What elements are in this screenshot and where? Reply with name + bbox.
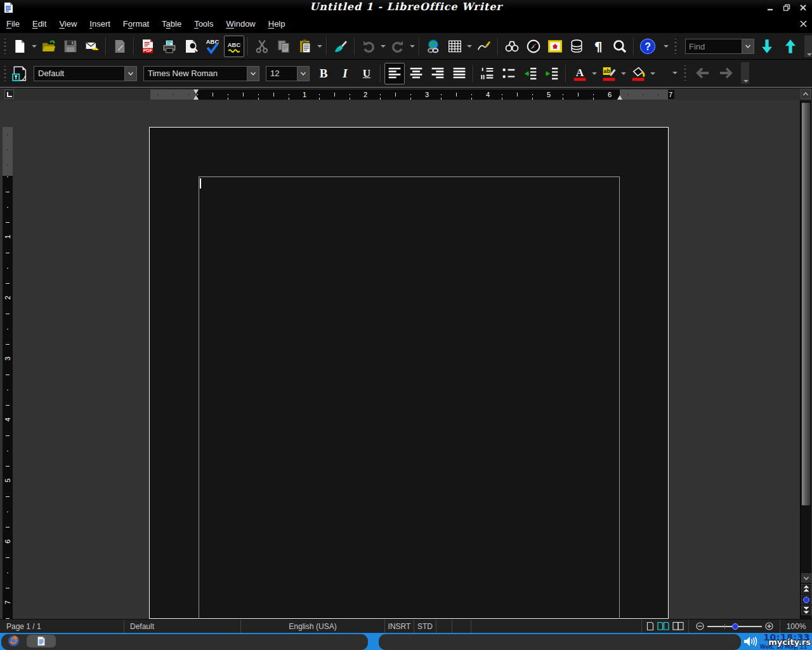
zoom-in-icon[interactable] [765,622,773,630]
font-color-dropdown-arrow-icon[interactable] [592,72,597,75]
font-size-input[interactable] [266,66,297,81]
multi-page-view-icon[interactable] [657,621,669,631]
table-dropdown-arrow-icon[interactable] [467,45,472,48]
toolbar-grip[interactable] [683,65,687,81]
next-page-button[interactable] [801,606,811,615]
toolbar-grip[interactable] [3,39,7,54]
indent-marker-right[interactable] [617,95,622,100]
justify-button[interactable] [449,63,469,84]
find-replace-button[interactable] [502,36,522,57]
increase-indent-button[interactable] [542,63,562,84]
overflow-arrow-icon[interactable] [807,53,812,56]
bullet-list-button[interactable] [499,63,519,84]
menu-format[interactable]: Format [119,17,154,31]
status-page-style[interactable]: Default [124,620,241,633]
numbered-list-button[interactable] [477,63,497,84]
export-pdf-button[interactable]: PDF [138,36,158,57]
overflow-arrow-icon[interactable] [743,80,749,83]
cut-button[interactable] [252,36,272,57]
status-zoom-level[interactable]: 100% [780,620,812,633]
document-page[interactable] [149,127,669,619]
toolbar-grip[interactable] [3,66,7,81]
toolbar-overflow-strip[interactable] [804,36,812,57]
redo-dropdown-arrow-icon[interactable] [410,45,415,48]
spellcheck-button[interactable]: ABC [202,36,223,57]
status-modified-cell[interactable] [436,620,452,633]
font-name-input[interactable] [143,66,247,81]
menu-tools[interactable]: Tools [190,17,218,31]
undo-dropdown-arrow-icon[interactable] [381,45,386,48]
close-icon[interactable] [798,3,808,13]
styles-button[interactable] [10,63,30,84]
highlighting-dropdown-arrow-icon[interactable] [621,72,626,75]
zoom-button[interactable] [610,36,630,57]
print-button[interactable] [159,36,180,57]
formatting-marks-button[interactable]: ¶ [588,36,608,57]
paragraph-style-input[interactable] [34,66,124,81]
close-document-icon[interactable] [799,19,808,29]
font-name-dropdown-button[interactable] [247,66,259,81]
status-signature-cell[interactable] [452,620,471,633]
edit-file-button[interactable] [110,36,130,57]
zoom-slider[interactable] [707,623,762,630]
vertical-ruler[interactable]: 1 2 3 4 5 6 7 [3,100,13,619]
firefox-icon[interactable] [8,635,20,647]
book-view-icon[interactable] [672,621,684,631]
toolbar-grip[interactable] [674,39,678,54]
new-dropdown-arrow-icon[interactable] [32,45,37,48]
taskbar-writer-button[interactable] [27,635,56,647]
minimize-icon[interactable] [765,3,775,13]
back-button[interactable] [692,62,712,84]
decrease-indent-button[interactable] [520,63,540,84]
background-color-button[interactable] [628,63,648,84]
ruler-right-margin[interactable] [620,90,668,100]
volume-icon[interactable] [743,635,758,647]
auto-spellcheck-button[interactable]: ABC [224,36,244,57]
insert-table-button[interactable] [445,36,465,57]
paste-button[interactable] [295,36,315,57]
copy-button[interactable] [273,36,294,57]
find-input[interactable] [685,39,742,54]
align-center-button[interactable] [406,63,426,84]
paragraph-style-dropdown-button[interactable] [124,66,137,81]
menu-file[interactable]: File [2,17,24,31]
align-left-button[interactable] [384,63,405,84]
undo-button[interactable] [358,36,379,57]
ruler-active-area[interactable]: 1 2 3 4 5 6 7 [197,90,620,100]
data-sources-button[interactable] [566,36,587,57]
menu-edit[interactable]: Edit [28,17,51,31]
menu-view[interactable]: View [55,17,81,31]
find-next-button[interactable] [757,36,777,57]
ruler-left-margin[interactable] [150,90,197,100]
status-language[interactable]: English (USA) [241,620,385,633]
scrollbar-thumb[interactable] [801,102,811,506]
vruler-active-area[interactable]: 1 2 3 4 5 6 7 [3,176,13,619]
paste-dropdown-arrow-icon[interactable] [317,45,322,48]
align-right-button[interactable] [428,63,448,84]
menu-table[interactable]: Table [157,17,186,31]
indent-marker-left[interactable] [193,90,199,100]
toolbar-overflow-arrow-icon[interactable] [672,72,678,74]
gallery-button[interactable] [545,36,565,57]
menu-window[interactable]: Window [222,17,260,31]
bold-button[interactable]: B [313,63,334,84]
zoom-out-icon[interactable] [696,622,704,630]
navigation-button[interactable] [801,595,811,604]
menu-help[interactable]: Help [264,17,290,31]
open-button[interactable] [39,36,59,57]
forward-button[interactable] [716,62,737,84]
menu-insert[interactable]: Insert [85,17,115,31]
vertical-scrollbar[interactable] [800,100,811,619]
font-color-button[interactable]: A [570,63,590,84]
font-size-dropdown-button[interactable] [297,66,310,81]
highlighting-button[interactable]: ab [599,63,619,84]
draw-functions-button[interactable] [474,36,494,57]
find-dropdown-button[interactable] [742,39,754,54]
background-color-dropdown-arrow-icon[interactable] [650,72,655,75]
previous-page-button[interactable] [801,584,811,594]
zoom-slider-thumb[interactable] [732,623,738,630]
tab-stop-selector[interactable] [4,90,14,99]
clone-formatting-button[interactable] [331,36,351,57]
status-insert-mode[interactable]: INSRT [385,620,414,633]
email-button[interactable] [82,36,102,57]
